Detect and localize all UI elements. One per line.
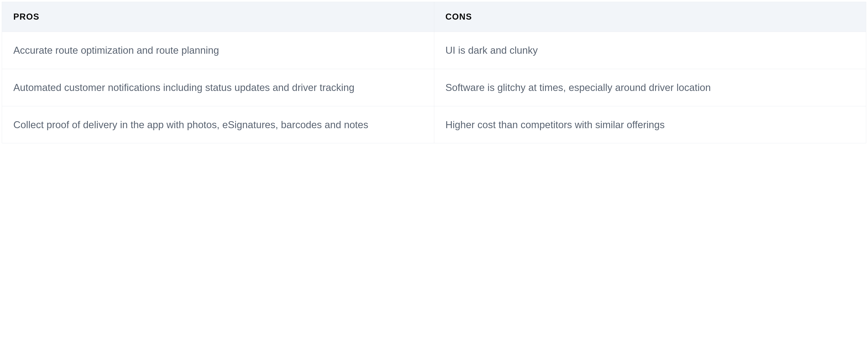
table-row: Accurate route optimization and route pl… xyxy=(2,32,866,69)
con-cell: Software is glitchy at times, especially… xyxy=(434,69,866,106)
pro-cell: Automated customer notifications includi… xyxy=(2,69,434,106)
table-row: Automated customer notifications includi… xyxy=(2,69,866,106)
pro-cell: Accurate route optimization and route pl… xyxy=(2,32,434,69)
table-header-row: PROS CONS xyxy=(2,2,866,32)
con-cell: Higher cost than competitors with simila… xyxy=(434,106,866,143)
cons-header: CONS xyxy=(434,2,866,32)
pros-cons-table: PROS CONS Accurate route optimization an… xyxy=(2,2,866,143)
pro-cell: Collect proof of delivery in the app wit… xyxy=(2,106,434,143)
con-cell: UI is dark and clunky xyxy=(434,32,866,69)
pros-header: PROS xyxy=(2,2,434,32)
table-row: Collect proof of delivery in the app wit… xyxy=(2,106,866,143)
